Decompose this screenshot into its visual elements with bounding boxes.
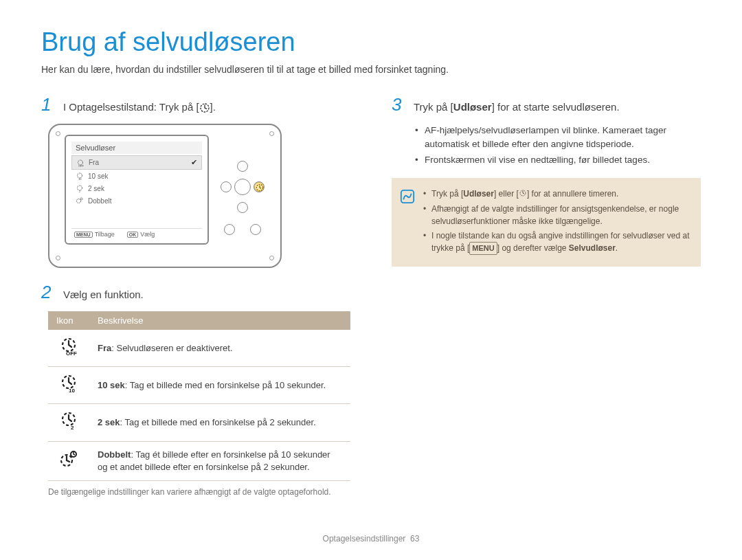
check-icon: ✔ xyxy=(191,158,197,167)
right-column: 3 Tryk på [Udløser] for at starte selvud… xyxy=(392,96,701,498)
menu-item-label: Fra xyxy=(89,159,99,166)
step-3-text: Tryk på [Udløser] for at starte selvudlø… xyxy=(414,100,620,114)
menu-item-10sek: 10 10 sek xyxy=(71,170,202,182)
note-item: I nogle tilstande kan du også angive ind… xyxy=(423,229,690,255)
timer-off-icon: OFF xyxy=(76,159,85,167)
step-number: 1 xyxy=(41,96,55,113)
row-rest: : Selvudløseren er deaktiveret. xyxy=(111,343,232,353)
row-bold: Dobbelt xyxy=(98,449,131,460)
timer-icon xyxy=(519,188,527,201)
menu-item-2sek: 2 2 sek xyxy=(71,182,202,194)
timer-2-icon: 2 xyxy=(59,411,78,430)
row-rest: : Tag et billede med en forsinkelse på 1… xyxy=(125,380,326,390)
menu-item-fra: OFF Fra ✔ xyxy=(71,155,202,170)
row-rest: : Tag ét billede efter en forsinkelse på… xyxy=(98,449,330,472)
aux-button-1 xyxy=(224,224,235,235)
step-3: 3 Tryk på [Udløser] for at starte selvud… xyxy=(392,96,701,114)
aux-button-2 xyxy=(250,224,261,235)
camera-controls xyxy=(216,135,269,257)
timer-10-icon: 10 xyxy=(59,374,78,393)
icon-description-table: Ikon Beskrivelse OFF Fra: Selvudløseren … xyxy=(48,311,350,481)
step-1: 1 I Optagelsestilstand: Tryk på [ ]. xyxy=(41,96,350,114)
table-row: Dobbelt: Tag ét billede efter en forsink… xyxy=(48,441,350,480)
camera-illustration: Selvudløser OFF Fra ✔ 10 10 sek xyxy=(48,124,282,268)
menu-item-label: 2 sek xyxy=(88,185,104,192)
timer-2-icon: 2 xyxy=(76,184,84,192)
step-number: 3 xyxy=(392,96,405,113)
dpad-right-highlighted xyxy=(254,181,265,192)
table-footnote: De tilgængelige indstillinger kan varier… xyxy=(48,486,337,498)
step-1-text-before: I Optagelsestilstand: Tryk på [ xyxy=(63,101,199,113)
ok-badge: OK xyxy=(127,232,139,238)
step-1-text: I Optagelsestilstand: Tryk på [ ]. xyxy=(63,100,216,114)
timer-double-icon xyxy=(59,449,78,469)
page-footer: Optagelsesindstillinger 63 xyxy=(0,534,742,544)
table-header-icon: Ikon xyxy=(48,311,89,330)
left-column: 1 I Optagelsestilstand: Tryk på [ ]. Sel… xyxy=(41,96,350,498)
table-row: OFF Fra: Selvudløseren er deaktiveret. xyxy=(48,330,350,367)
svg-text:10: 10 xyxy=(78,177,82,181)
timer-icon xyxy=(199,102,210,113)
page-title: Brug af selvudløseren xyxy=(41,27,701,57)
note-3-bold: Selvudløser xyxy=(569,243,616,253)
bullet-item: AF-hjælpelys/selvudløserlampen vil blink… xyxy=(415,124,701,152)
screen-footer: MENU Tilbage OK Vælg xyxy=(71,228,202,238)
note-item: Afhængigt af de valgte indstillinger for… xyxy=(423,203,690,227)
svg-text:OFF: OFF xyxy=(66,350,77,356)
timer-off-icon: OFF xyxy=(59,337,78,356)
footer-select-label: Vælg xyxy=(140,231,155,238)
footer-section: Optagelsesindstillinger xyxy=(323,534,406,544)
note-list: Tryk på [Udløser] eller [] for at annull… xyxy=(423,188,690,257)
menu-item-label: Dobbelt xyxy=(88,197,111,205)
step-3-shutter: Udløser xyxy=(453,101,492,113)
menu-item-dobbelt: Dobbelt xyxy=(71,194,202,207)
footer-back-label: Tilbage xyxy=(95,231,115,238)
dpad-center xyxy=(234,179,251,195)
step-2: 2 Vælg en funktion. xyxy=(41,283,350,302)
svg-point-7 xyxy=(77,199,81,203)
menu-badge: MENU xyxy=(469,242,497,255)
row-bold: 2 sek xyxy=(98,417,120,427)
dpad-down xyxy=(237,202,248,213)
row-bold: 10 sek xyxy=(98,380,125,390)
step-number: 2 xyxy=(41,283,55,301)
note-3-b: ] og derefter vælge xyxy=(497,243,569,253)
menu-list: OFF Fra ✔ 10 10 sek 2 xyxy=(71,155,202,228)
svg-point-8 xyxy=(80,198,82,200)
svg-text:OFF: OFF xyxy=(78,164,85,167)
note-1-c: ] for at annullere timeren. xyxy=(527,189,618,199)
step-3-before: Tryk på [ xyxy=(414,101,453,113)
page-subtitle: Her kan du lære, hvordan du indstiller s… xyxy=(41,64,701,75)
svg-text:10: 10 xyxy=(69,388,75,393)
dpad-up xyxy=(237,161,248,172)
menu-badge: MENU xyxy=(74,232,93,238)
camera-screen: Selvudløser OFF Fra ✔ 10 10 sek xyxy=(65,135,209,245)
row-rest: : Tag et billede med en forsinkelse på 2… xyxy=(120,417,316,427)
note-3-c: . xyxy=(616,243,618,253)
dpad-left xyxy=(221,181,232,192)
note-item: Tryk på [Udløser] eller [] for at annull… xyxy=(423,188,690,201)
note-1-b: ] eller [ xyxy=(494,189,519,199)
step-3-after: ] for at starte selvudløseren. xyxy=(492,101,620,113)
note-box: Tryk på [Udløser] eller [] for at annull… xyxy=(392,178,701,267)
timer-icon xyxy=(254,182,265,193)
menu-item-label: 10 sek xyxy=(88,172,108,180)
table-header-desc: Beskrivelse xyxy=(89,311,350,330)
step-1-text-after: ]. xyxy=(210,101,216,113)
screen-menu-title: Selvudløser xyxy=(71,142,202,154)
table-row: 10 10 sek: Tag et billede med en forsink… xyxy=(48,367,350,404)
bullet-item: Frontskærmen vil vise en nedtælling, før… xyxy=(415,153,701,167)
note-1-a: Tryk på [ xyxy=(431,189,463,199)
note-1-shutter: Udløser xyxy=(463,189,494,199)
footer-page-number: 63 xyxy=(410,534,419,544)
step-3-bullets: AF-hjælpelys/selvudløserlampen vil blink… xyxy=(392,124,701,167)
info-icon xyxy=(400,189,415,204)
svg-text:2: 2 xyxy=(71,425,74,430)
row-bold: Fra xyxy=(98,343,111,353)
step-2-text: Vælg en funktion. xyxy=(63,287,144,302)
timer-10-icon: 10 xyxy=(76,172,84,180)
timer-double-icon xyxy=(76,197,84,205)
table-row: 2 2 sek: Tag et billede med en forsinkel… xyxy=(48,404,350,441)
